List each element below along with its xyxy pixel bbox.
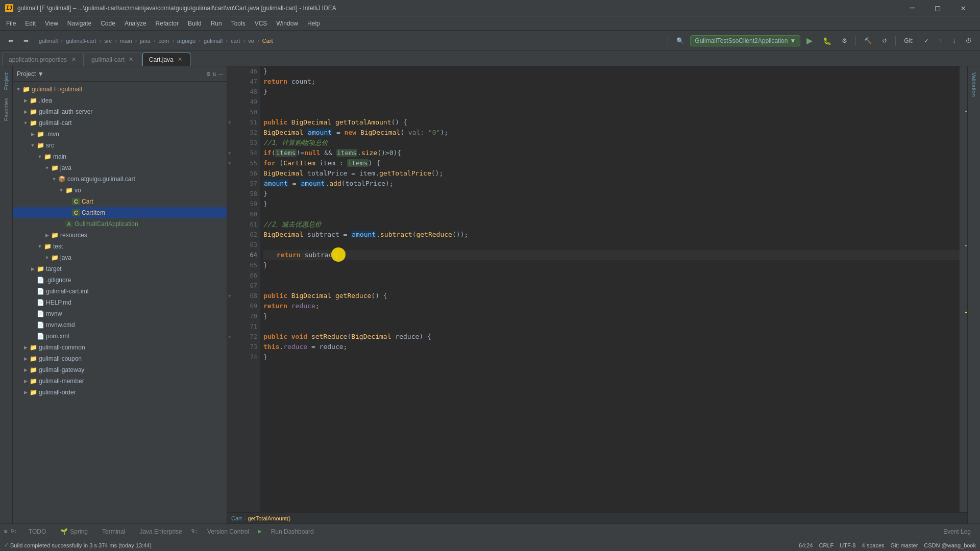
breadcrumb-gulimall[interactable]: gulimall (39, 38, 58, 44)
breadcrumb-com[interactable]: com (158, 38, 169, 44)
project-expand-icon[interactable]: ⇅ (212, 70, 216, 78)
toolbar-back-button[interactable]: ⬅ (4, 35, 17, 46)
tab-application-properties[interactable]: application.properties ✕ (2, 53, 84, 66)
tab-close-icon[interactable]: ✕ (177, 56, 184, 63)
bottom-tab-java-enterprise[interactable]: Java Enterprise (134, 526, 187, 537)
breadcrumb-cart[interactable]: gulimall-cart (66, 38, 96, 44)
breadcrumb-gulimall2[interactable]: gulimall (204, 38, 223, 44)
tree-item-package[interactable]: ▼ 📦 com.atguigu.gulimall.cart (13, 173, 227, 185)
bottom-tab-terminal[interactable]: Terminal (97, 526, 130, 537)
tree-item-help[interactable]: ▶ 📄 HELP.md (13, 297, 227, 308)
code-lines-container[interactable]: } return count; } public BigDecimal getT… (260, 66, 960, 512)
tree-item-test[interactable]: ▼ 📁 test (13, 241, 227, 252)
tab-cart-java[interactable]: Cart.java ✕ (142, 53, 190, 66)
breadcrumb-cart-class[interactable]: Cart (262, 38, 273, 44)
breadcrumb-atguigu[interactable]: atguigu (177, 38, 195, 44)
tree-item-app-class[interactable]: ▶ A GulimallCartApplication (13, 218, 227, 230)
tree-item-java[interactable]: ▼ 📁 java (13, 162, 227, 173)
tree-item-member[interactable]: ▶ 📁 gulimall-member (13, 375, 227, 387)
fold-icon-51[interactable]: ▼ (228, 120, 231, 125)
toolbar-forward-button[interactable]: ➡ (19, 35, 33, 46)
status-line-ending[interactable]: CRLF (819, 542, 834, 548)
tree-item-cart-class[interactable]: ▶ C Cart (13, 196, 227, 207)
left-tab-project[interactable]: Project (1, 68, 11, 94)
git-history-button[interactable]: ⏱ (962, 35, 976, 46)
tree-item-src[interactable]: ▼ 📁 src (13, 140, 227, 151)
fold-icon-55[interactable]: ▼ (228, 161, 231, 166)
menu-help[interactable]: Help (303, 18, 324, 29)
sync-button[interactable]: ↺ (878, 35, 891, 46)
status-position[interactable]: 64:24 (799, 542, 813, 548)
menu-tools[interactable]: Tools (227, 18, 250, 29)
fold-icon-54[interactable]: ▼ (228, 151, 231, 156)
menu-code[interactable]: Code (96, 18, 119, 29)
bottom-tab-run-dashboard[interactable]: Run Dashboard (266, 526, 319, 537)
left-tab-favorites[interactable]: Favorites (1, 94, 11, 125)
tree-item-vo[interactable]: ▼ 📁 vo (13, 185, 227, 196)
tree-item-iml[interactable]: ▶ 📄 gulimall-cart.iml (13, 286, 227, 297)
breadcrumb-java[interactable]: java (140, 38, 150, 44)
code-breadcrumb-cart[interactable]: Cart (231, 515, 242, 521)
menu-run[interactable]: Run (207, 18, 226, 29)
tree-item-resources[interactable]: ▶ 📁 resources (13, 230, 227, 241)
tree-item-test-java[interactable]: ▼ 📁 java (13, 252, 227, 263)
bottom-tab-spring[interactable]: 🌱 Spring (55, 526, 93, 537)
tree-item-cart-module[interactable]: ▼ 📁 gulimall-cart (13, 117, 227, 129)
tree-item-gateway[interactable]: ▶ 📁 gulimall-gateway (13, 364, 227, 375)
menu-window[interactable]: Window (272, 18, 302, 29)
tab-gulimall-cart[interactable]: gulimall-cart ✕ (85, 53, 141, 66)
tree-item-auth[interactable]: ▶ 📁 gulimall-auth-server (13, 106, 227, 117)
status-encoding[interactable]: UTF-8 (840, 542, 855, 548)
git-push-button[interactable]: ↑ (935, 35, 946, 46)
project-collapse-icon[interactable]: – (218, 70, 223, 78)
bottom-tab-version-control[interactable]: Version Control (202, 526, 254, 537)
code-breadcrumb-method[interactable]: getTotalAmount() (248, 515, 290, 521)
minimize-button[interactable]: ─ (900, 1, 924, 15)
tree-item-cartitem-class[interactable]: ▶ C CartItem (13, 207, 227, 218)
menu-build[interactable]: Build (184, 18, 206, 29)
bottom-tab-event-log[interactable]: Event Log (938, 526, 976, 537)
fold-icon-72[interactable]: ▼ (228, 334, 231, 339)
menu-analyze[interactable]: Analyze (120, 18, 151, 29)
menu-vcs[interactable]: VCS (251, 18, 272, 29)
run-configuration[interactable]: GulimallTestSsoClient2Application ▼ (690, 35, 800, 46)
tab-close-icon[interactable]: ✕ (128, 56, 135, 63)
git-pull-button[interactable]: ↓ (948, 35, 960, 46)
menu-view[interactable]: View (41, 18, 62, 29)
menu-file[interactable]: File (2, 18, 20, 29)
tree-item-mvnw-cmd[interactable]: ▶ 📄 mvnw.cmd (13, 319, 227, 331)
breadcrumb-vo[interactable]: vo (248, 38, 254, 44)
breadcrumb-main[interactable]: main (120, 38, 132, 44)
breadcrumb-cart-pkg[interactable]: cart (231, 38, 240, 44)
tree-item-main[interactable]: ▼ 📁 main (13, 151, 227, 162)
tree-item-coupon[interactable]: ▶ 📁 gulimall-coupon (13, 353, 227, 364)
run-button[interactable]: ▶ (802, 34, 817, 47)
tree-item-pom[interactable]: ▶ 📄 pom.xml (13, 331, 227, 342)
tree-item-target[interactable]: ▶ 📁 target (13, 263, 227, 274)
status-git[interactable]: Git: master (891, 542, 918, 548)
code-editor[interactable]: 46 47 48 49 50 51 ▼ 52 53 54 ▼ 55 ▼ (227, 66, 967, 523)
tree-item-gitignore[interactable]: ▶ 📄 .gitignore (13, 274, 227, 286)
bottom-tab-todo[interactable]: TODO (23, 526, 51, 537)
tree-item-gulimall[interactable]: ▼ 📁 gulimall F:\gulimall (13, 84, 227, 95)
close-button[interactable]: ✕ (951, 1, 975, 15)
menu-edit[interactable]: Edit (21, 18, 40, 29)
search-everywhere-button[interactable]: 🔍 (672, 35, 688, 46)
tab-close-icon[interactable]: ✕ (70, 56, 77, 63)
project-settings-icon[interactable]: ⚙ (207, 70, 211, 78)
tree-item-mvn[interactable]: ▶ 📁 .mvn (13, 129, 227, 140)
menu-navigate[interactable]: Navigate (63, 18, 95, 29)
breadcrumb-src[interactable]: src (104, 38, 112, 44)
coverage-button[interactable]: ⚙ (838, 35, 851, 46)
tree-item-order[interactable]: ▶ 📁 gulimall-order (13, 387, 227, 398)
debug-button[interactable]: 🐛 (819, 35, 836, 47)
fold-icon-68[interactable]: ▼ (228, 293, 231, 298)
tree-item-idea[interactable]: ▶ 📁 .idea (13, 95, 227, 106)
right-tab-validation[interactable]: Validation (969, 68, 979, 101)
maximize-button[interactable]: □ (926, 1, 949, 15)
build-button[interactable]: 🔨 (860, 35, 876, 46)
git-commit-button[interactable]: ✓ (920, 35, 933, 46)
tree-item-mvnw[interactable]: ▶ 📄 mvnw (13, 308, 227, 319)
status-indent[interactable]: 4 spaces (862, 542, 885, 548)
tree-item-common[interactable]: ▶ 📁 gulimall-common (13, 342, 227, 353)
